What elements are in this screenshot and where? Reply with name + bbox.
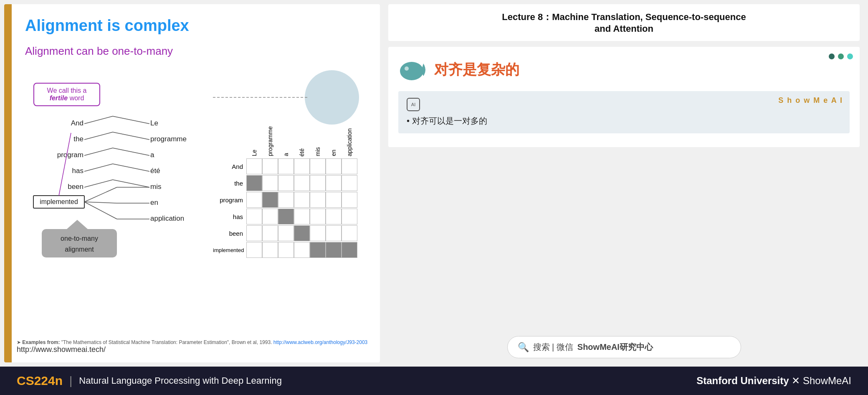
svg-marker-18 <box>67 220 88 229</box>
slide-left-bar <box>4 4 12 362</box>
svg-line-7 <box>84 164 113 171</box>
svg-point-21 <box>400 62 423 80</box>
cell-4-1 <box>262 225 278 241</box>
cell-1-1 <box>262 175 278 191</box>
cell-1-0 <box>246 175 262 191</box>
alignment-diagram: We call this a fertile word And the prog… <box>29 79 205 350</box>
cell-4-0 <box>246 225 262 241</box>
col-application: application <box>342 112 357 158</box>
bottom-left: CS224n | Natural Language Processing wit… <box>17 374 282 388</box>
chinese-slide-box: 对齐是复杂的 S h o w M e A I AI • 对齐可以是一对多的 <box>388 47 860 147</box>
row-been: been <box>213 225 363 242</box>
dashed-line-svg <box>213 97 363 106</box>
cell-3-6 <box>342 209 357 224</box>
svg-rect-19 <box>42 229 117 257</box>
svg-line-1 <box>84 116 113 124</box>
chinese-icon-svg <box>398 55 428 84</box>
word-the: the <box>73 135 84 143</box>
cell-3-2 <box>278 209 294 224</box>
lecture-title-box: Lecture 8：Machine Translation, Sequence-… <box>388 4 860 41</box>
one-to-many-line2: alignment <box>65 246 94 253</box>
translation-text: • 对齐可以是一对多的 <box>407 115 841 127</box>
translation-label: S h o w M e A I <box>778 96 843 105</box>
fr-mis: mis <box>150 183 161 191</box>
cell-4-3 <box>294 225 310 241</box>
fertile-line2: word <box>68 94 84 102</box>
lecture-title-line1: Lecture 8：Machine Translation, Sequence-… <box>502 12 746 22</box>
row-label-program: program <box>213 196 246 204</box>
cell-0-3 <box>294 158 310 174</box>
cell-5-3 <box>294 242 310 258</box>
svg-line-5 <box>84 148 113 155</box>
showmeai-text: ShowMeAI <box>803 375 851 386</box>
cell-5-4 <box>310 242 326 258</box>
svg-point-22 <box>405 66 409 71</box>
alignment-svg: And the program has been implemented Le … <box>33 108 209 267</box>
chinese-title: 对齐是复杂的 <box>434 60 519 79</box>
cell-0-0 <box>246 158 262 174</box>
col-en: en <box>326 112 342 158</box>
matrix-wrapper: Le programme a été mis <box>213 112 363 258</box>
row-label-the: the <box>213 180 246 187</box>
col-le: Le <box>246 112 262 158</box>
word-and: And <box>71 119 84 127</box>
bottom-divider: | <box>69 374 72 387</box>
cell-3-5 <box>326 209 342 224</box>
cell-0-6 <box>342 158 357 174</box>
fertile-callout: We call this a fertile word <box>33 83 100 106</box>
col-a: a <box>278 112 294 158</box>
svg-line-4 <box>113 132 149 140</box>
slide-footer: ➤ Examples from: "The Mathematics of Sta… <box>17 339 376 354</box>
cell-2-6 <box>342 192 357 208</box>
word-program: program <box>57 151 84 159</box>
cell-4-2 <box>278 225 294 241</box>
lecture-title-line2: and Attention <box>595 23 653 34</box>
cell-0-2 <box>278 158 294 174</box>
search-icon: 🔍 <box>518 342 529 353</box>
cell-3-3 <box>294 209 310 224</box>
cell-5-0 <box>246 242 262 258</box>
svg-line-11 <box>84 187 117 202</box>
slide-panel: Alignment is complex Alignment can be on… <box>4 4 380 362</box>
word-implemented: implemented <box>40 198 78 205</box>
row-implemented: implemented <box>213 242 363 258</box>
word-has: has <box>72 167 84 175</box>
cell-2-4 <box>310 192 326 208</box>
fr-application: application <box>150 214 184 222</box>
cell-4-4 <box>310 225 326 241</box>
cell-2-2 <box>278 192 294 208</box>
fr-en: en <box>150 199 158 206</box>
cell-3-1 <box>262 209 278 224</box>
fr-le: Le <box>150 119 158 127</box>
footer-url[interactable]: http://www.aclweb.org/anthology/J93-2003 <box>273 339 367 345</box>
cell-2-1 <box>262 192 278 208</box>
slide-body: We call this a fertile word And the prog… <box>21 70 363 350</box>
row-label-implemented: implemented <box>213 247 246 253</box>
col-programme: programme <box>262 112 278 158</box>
row-and: And <box>213 158 363 175</box>
word-been: been <box>68 183 84 191</box>
search-box[interactable]: 🔍 搜索 | 微信 ShowMeAI研究中心 <box>507 336 741 358</box>
svg-line-2 <box>113 116 149 124</box>
svg-line-10 <box>113 180 149 187</box>
cs-label: CS224n <box>17 374 63 388</box>
cell-2-3 <box>294 192 310 208</box>
row-label-and: And <box>213 163 246 170</box>
cell-5-1 <box>262 242 278 258</box>
cell-4-5 <box>326 225 342 241</box>
cell-2-0 <box>246 192 262 208</box>
fr-programme: programme <box>150 135 187 143</box>
svg-line-9 <box>84 180 113 187</box>
translation-box: S h o w M e A I AI • 对齐可以是一对多的 <box>398 91 850 133</box>
subtitle-highlight: one-to-many <box>112 45 173 57</box>
col-headers: Le programme a été mis <box>246 112 363 158</box>
footer-website: http://www.showmeai.tech/ <box>17 345 106 354</box>
cell-1-4 <box>310 175 326 191</box>
chinese-slide-header: 对齐是复杂的 <box>398 55 850 84</box>
row-the: the <box>213 175 363 191</box>
fr-ete: été <box>150 167 160 175</box>
svg-line-3 <box>84 132 113 140</box>
row-program: program <box>213 191 363 208</box>
footer-title: "The Mathematics of Statistical Machine … <box>61 339 272 345</box>
cell-4-6 <box>342 225 357 241</box>
